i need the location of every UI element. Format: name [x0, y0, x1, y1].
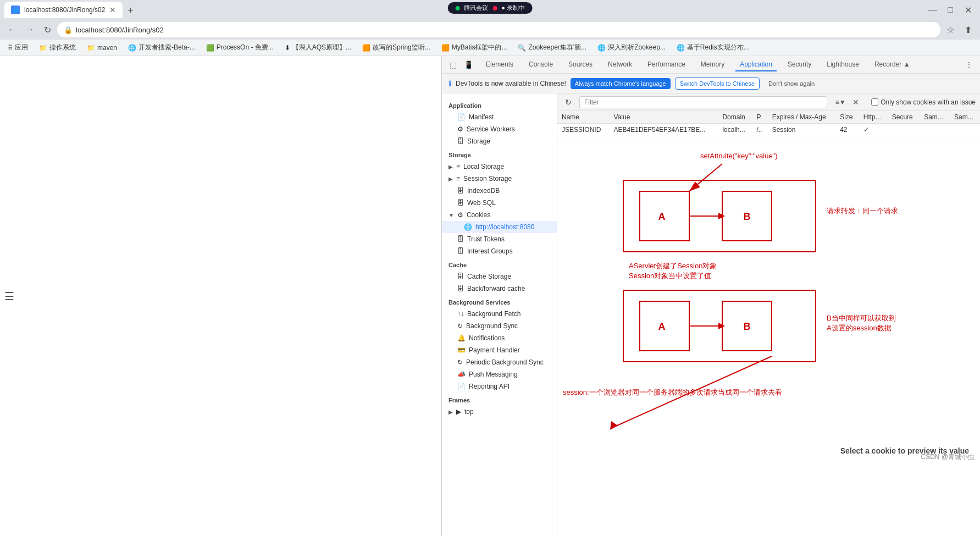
switch-chinese-button[interactable]: Switch DevTools to Chinese	[675, 78, 760, 90]
sidebar-item-bg-fetch[interactable]: ↑↓ Background Fetch	[442, 308, 557, 320]
refresh-cookies-button[interactable]: ↻	[562, 96, 575, 109]
sidebar-item-manifest[interactable]: 📄 Manifest	[442, 111, 557, 123]
cookie-issue-checkbox[interactable]	[871, 98, 878, 106]
sidebar-item-push-messaging[interactable]: 📣 Push Messaging	[442, 368, 557, 380]
session-storage-icon: ≡	[456, 175, 460, 183]
sidebar-item-storage[interactable]: 🗄 Storage	[442, 135, 557, 147]
tab-recorder[interactable]: Recorder ▲	[870, 58, 915, 71]
sidebar-item-session-storage[interactable]: ▶ ≡ Session Storage	[442, 173, 557, 185]
tab-console[interactable]: Console	[524, 58, 557, 71]
minimize-button[interactable]: —	[925, 2, 940, 18]
cell-size: 42	[835, 124, 859, 136]
bookmark-spring[interactable]: 🟧 改写的Spring监听...	[359, 42, 434, 53]
back-button[interactable]: ←	[4, 22, 20, 37]
bookmark-mybatis[interactable]: 🟧 MyBatis框架中的...	[438, 42, 511, 53]
tab-close-button[interactable]: ✕	[109, 5, 116, 14]
sidebar-item-periodic-bg-sync[interactable]: ↻ Periodic Background Sync	[442, 356, 557, 368]
bookmark-apps[interactable]: ⠿ 应用	[4, 42, 31, 53]
sidebar-item-cookies[interactable]: ▼ ⚙ Cookies	[442, 209, 557, 221]
col-samesite1[interactable]: Sam...	[920, 111, 950, 124]
session-summary: session:一个浏览器对同一个服务器端的多次请求当成同一个请求去看	[563, 388, 782, 396]
sidebar-item-back-forward-cache[interactable]: 🗄 Back/forward cache	[442, 283, 557, 295]
box-b-top-label: B	[744, 211, 751, 222]
col-path[interactable]: P.	[752, 111, 768, 124]
bookmark-dev[interactable]: 🌐 开发者搜索-Beta-...	[125, 42, 198, 53]
bookmark-processon[interactable]: 🟩 ProcessOn - 免费...	[203, 42, 277, 53]
bg-sync-icon: ↻	[457, 322, 463, 330]
sidebar-item-interest-groups[interactable]: 🗄 Interest Groups	[442, 245, 557, 257]
match-language-button[interactable]: Always match Chrome's language	[571, 78, 671, 89]
col-value[interactable]: Value	[610, 111, 718, 124]
cell-samesite2	[950, 124, 980, 136]
tab-elements[interactable]: Elements	[481, 58, 518, 71]
sidebar-item-trust-tokens[interactable]: 🗄 Trust Tokens	[442, 233, 557, 245]
tab-application[interactable]: Application	[735, 58, 777, 71]
col-secure[interactable]: Secure	[888, 111, 920, 124]
reporting-icon: 📄	[457, 383, 466, 390]
filter-clear-button[interactable]: ✕	[849, 96, 862, 109]
filter-icon-settings[interactable]: ≡▼	[834, 96, 847, 109]
sidebar-item-bg-sync[interactable]: ↻ Background Sync	[442, 320, 557, 332]
tab-sources[interactable]: Sources	[564, 58, 597, 71]
tab-memory[interactable]: Memory	[696, 58, 729, 71]
forward-button[interactable]: →	[22, 22, 37, 37]
close-button[interactable]: ✕	[960, 2, 976, 18]
dont-show-again-button[interactable]: Don't show again	[764, 78, 819, 89]
bookmark-zookeeper2[interactable]: 🌐 深入剖析Zookeep...	[594, 42, 669, 53]
indexeddb-icon: 🗄	[457, 187, 464, 195]
refresh-button[interactable]: ↻	[40, 22, 55, 37]
main-area: ☰ ⬚ 📱 Elements Console Sources Network P…	[0, 56, 980, 536]
sidebar-item-indexeddb[interactable]: 🗄 IndexedDB	[442, 185, 557, 197]
sidebar-item-service-workers[interactable]: ⚙ Service Workers	[442, 123, 557, 135]
table-row[interactable]: JSESSIONID AEB4E1DEF54EF34AE17BE... loca…	[557, 124, 980, 136]
col-http[interactable]: Http...	[859, 111, 888, 124]
bookmark-maven[interactable]: 📁 maven	[84, 43, 120, 53]
address-bar: ← → ↻ 🔒 localhost:8080/JinRong/s02 ☆ ⬆	[0, 20, 980, 40]
url-bar[interactable]: 🔒 localhost:8080/JinRong/s02	[57, 22, 940, 37]
title-bar: 腾讯会议 ● 录制中 🌐 localhost:8080/JinRong/s02 …	[0, 0, 980, 20]
setattr-arrow	[689, 164, 722, 191]
dot-green	[455, 6, 459, 10]
col-expires[interactable]: Expires / Max-Age	[768, 111, 835, 124]
bookmark-redis[interactable]: 🌐 基于Redis实现分布...	[673, 42, 752, 53]
session-desc1: AServlet创建了Session对象	[629, 262, 717, 270]
tab-performance[interactable]: Performance	[643, 58, 690, 71]
sidebar-item-top[interactable]: ▶ ▶ top	[442, 406, 557, 418]
filter-input[interactable]	[579, 96, 827, 108]
col-samesite2[interactable]: Sam...	[950, 111, 980, 124]
device-toggle-button[interactable]: 📱	[462, 58, 475, 71]
tab-lighthouse[interactable]: Lighthouse	[822, 58, 863, 71]
sidebar-item-cookies-localhost[interactable]: 🌐 http://localhost:8080	[442, 221, 557, 233]
tab-network[interactable]: Network	[603, 58, 636, 71]
settings-button[interactable]: ⋮	[962, 58, 976, 71]
bookmark-os[interactable]: 📁 操作系统	[36, 42, 79, 53]
cookies-icon: ⚙	[457, 211, 463, 219]
diagram-container: setAttruite("key":"value") A	[557, 136, 980, 466]
bookmark-zookeeper1[interactable]: 🔍 Zookeeper集群'脑...	[514, 42, 590, 53]
active-tab[interactable]: 🌐 localhost:8080/JinRong/s02 ✕	[4, 2, 123, 18]
hamburger-menu[interactable]: ☰	[4, 290, 14, 303]
record-label: ● 录制中	[501, 4, 525, 12]
cookie-table: Name Value Domain P. Expires / Max-Age S…	[557, 111, 980, 536]
col-name[interactable]: Name	[557, 111, 610, 124]
bookmark-aqs[interactable]: ⬇ 【深入AQS原理】...	[281, 42, 355, 53]
sidebar-item-local-storage[interactable]: ▶ ≡ Local Storage	[442, 161, 557, 173]
devtools-toolbar: ⬚ 📱 Elements Console Sources Network Per…	[442, 56, 980, 74]
sidebar-item-reporting-api[interactable]: 📄 Reporting API	[442, 380, 557, 393]
col-domain[interactable]: Domain	[718, 111, 752, 124]
devtools-icons: ⬚ 📱	[446, 58, 475, 71]
sidebar-item-websql[interactable]: 🗄 Web SQL	[442, 197, 557, 209]
tab-security[interactable]: Security	[783, 58, 816, 71]
bookmark-button[interactable]: ☆	[943, 22, 958, 37]
sidebar-item-cache-storage[interactable]: 🗄 Cache Storage	[442, 270, 557, 283]
col-size[interactable]: Size	[835, 111, 859, 124]
inspect-element-button[interactable]: ⬚	[446, 58, 459, 71]
lang-banner: ℹ DevTools is now available in Chinese! …	[442, 74, 980, 93]
new-tab-button[interactable]: +	[123, 3, 138, 18]
box-b-bottom-label: B	[744, 321, 751, 332]
cookie-issue-label: Only show cookies with an issue	[881, 98, 976, 106]
maximize-button[interactable]: □	[943, 2, 958, 18]
sidebar-item-payment-handler[interactable]: 💳 Payment Handler	[442, 344, 557, 356]
sidebar-item-notifications[interactable]: 🔔 Notifications	[442, 332, 557, 344]
share-button[interactable]: ⬆	[960, 22, 976, 37]
